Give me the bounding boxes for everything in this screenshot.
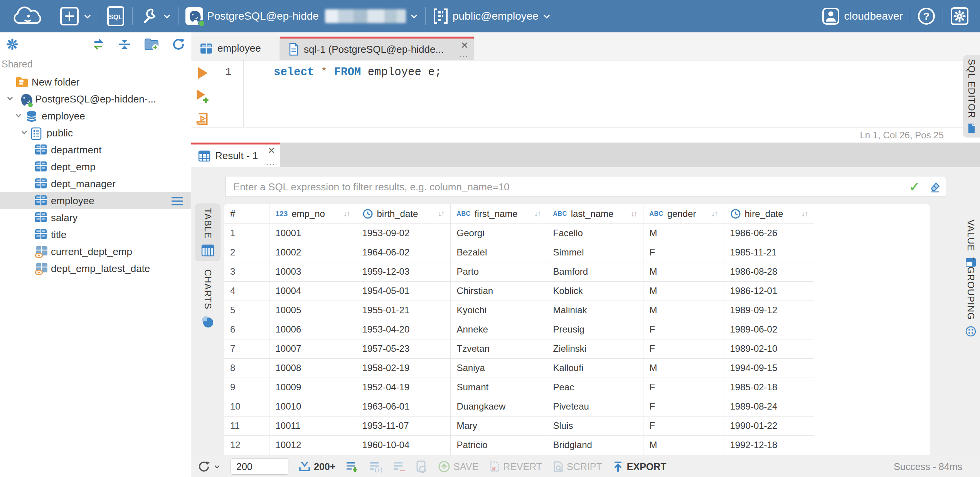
table-row[interactable]: 10100101963-06-01DuangkaewPiveteauF1989-… xyxy=(224,397,814,416)
table-row[interactable]: 2100021964-06-02BezalelSimmelF1985-11-21 xyxy=(224,243,814,262)
data-cell[interactable]: 1989-02-10 xyxy=(724,339,814,358)
row-index-cell[interactable]: 5 xyxy=(224,301,269,320)
cloudbeaver-logo[interactable] xyxy=(10,5,44,28)
data-cell[interactable]: 10002 xyxy=(269,243,356,262)
tree-item-employee[interactable]: employee xyxy=(0,107,191,124)
table-row[interactable]: 6100061953-04-20AnnekePreusigF1989-06-02 xyxy=(224,320,814,339)
table-row[interactable]: 8100081958-02-19SaniyaKalloufiM1994-09-1… xyxy=(224,358,814,378)
data-cell[interactable]: Sumant xyxy=(450,378,547,397)
column-header-first_name[interactable]: ABCfirst_name↓↑ xyxy=(450,204,547,223)
data-cell[interactable]: Anneke xyxy=(450,320,547,339)
refresh-icon[interactable] xyxy=(172,37,185,51)
sort-icon[interactable]: ↓↑ xyxy=(344,209,350,218)
table-row[interactable]: 9100091952-04-19SumantPeacF1985-02-18 xyxy=(224,378,814,397)
data-cell[interactable]: 1957-05-23 xyxy=(356,339,450,358)
data-cell[interactable]: Simmel xyxy=(547,243,643,262)
data-cell[interactable]: 1952-04-19 xyxy=(356,378,450,397)
column-header-birth_date[interactable]: birth_date↓↑ xyxy=(356,204,450,223)
data-cell[interactable]: Sluis xyxy=(547,416,643,435)
data-cell[interactable]: 1953-04-20 xyxy=(356,320,450,339)
sync-connections-icon[interactable] xyxy=(91,38,105,50)
table-row[interactable]: 7100071957-05-23TzvetanZielinskiF1989-02… xyxy=(224,339,814,358)
column-header-gender[interactable]: ABCgender↓↑ xyxy=(643,204,724,223)
data-cell[interactable]: 1958-02-19 xyxy=(356,358,450,378)
tab-grouping-panel[interactable]: GROUPING xyxy=(963,267,979,337)
expand-chevron-icon[interactable] xyxy=(5,94,15,104)
data-cell[interactable]: 10010 xyxy=(269,397,356,416)
new-folder-icon[interactable] xyxy=(144,38,159,51)
data-cell[interactable]: 10004 xyxy=(269,281,356,301)
user-menu[interactable]: cloudbeaver xyxy=(822,7,903,25)
tab-sql-editor-rail[interactable]: SQL EDITOR xyxy=(963,55,980,138)
expand-chevron-icon[interactable] xyxy=(14,111,23,121)
data-cell[interactable]: 10008 xyxy=(269,358,356,378)
fetch-more-button[interactable]: 200+ xyxy=(298,460,335,473)
sort-icon[interactable]: ↓↑ xyxy=(631,209,637,218)
refresh-document-button[interactable] xyxy=(416,460,428,473)
tree-item-dept-emp-latest-date[interactable]: dept_emp_latest_date xyxy=(0,260,191,277)
data-cell[interactable]: Bamford xyxy=(547,262,643,281)
data-cell[interactable]: 1989-08-24 xyxy=(724,397,814,416)
filter-input[interactable] xyxy=(226,181,904,193)
sort-icon[interactable]: ↓↑ xyxy=(438,209,444,218)
table-row[interactable]: 1100011953-09-02GeorgiFacelloM1986-06-26 xyxy=(224,223,814,243)
data-cell[interactable]: 1994-09-15 xyxy=(724,358,814,378)
data-cell[interactable]: Kyoichi xyxy=(450,301,547,320)
driver-manager-button[interactable] xyxy=(140,7,171,26)
data-cell[interactable]: F xyxy=(643,320,724,339)
apply-filter-button[interactable]: ✓ xyxy=(904,179,925,195)
row-index-cell[interactable]: 6 xyxy=(224,320,269,339)
data-cell[interactable]: M xyxy=(643,281,724,301)
data-cell[interactable]: 10003 xyxy=(269,262,356,281)
row-index-cell[interactable]: 3 xyxy=(224,262,269,281)
add-row-button[interactable] xyxy=(345,460,359,473)
data-cell[interactable]: Saniya xyxy=(450,358,547,378)
data-cell[interactable]: Peac xyxy=(547,378,643,397)
data-cell[interactable]: 10001 xyxy=(269,223,356,243)
sql-editor-button[interactable]: SQL xyxy=(106,6,125,27)
script-button[interactable]: SCRIPT xyxy=(552,460,602,473)
data-cell[interactable]: 1954-05-01 xyxy=(356,281,450,301)
data-cell[interactable]: M xyxy=(643,301,724,320)
data-cell[interactable]: 1953-09-02 xyxy=(356,223,450,243)
clear-filter-button[interactable] xyxy=(925,181,946,193)
sort-icon[interactable]: ↓↑ xyxy=(802,209,808,218)
duplicate-row-button[interactable]: (+) xyxy=(369,460,382,473)
data-cell[interactable]: Piveteau xyxy=(547,397,643,416)
data-cell[interactable]: 1955-01-21 xyxy=(356,301,450,320)
tree-item-department[interactable]: department xyxy=(0,141,191,158)
row-index-cell[interactable]: 8 xyxy=(224,358,269,378)
schema-selector[interactable]: public@employee xyxy=(433,8,551,25)
tab-sql-1[interactable]: sql-1 (PostgreSQL@ep-hidde... ✕ ... xyxy=(280,37,474,60)
tree-item-postgresql-ep-hidden-[interactable]: PostgreSQL@ep-hidden-... xyxy=(0,91,191,107)
tab-more-icon[interactable]: ... xyxy=(459,49,468,59)
table-row[interactable]: 5100051955-01-21KyoichiMaliniakM1989-09-… xyxy=(224,301,814,320)
data-cell[interactable]: 1986-12-01 xyxy=(724,281,814,301)
execute-script-icon[interactable] xyxy=(195,112,209,127)
data-cell[interactable]: Mary xyxy=(450,416,547,435)
tab-table-view[interactable]: TABLE xyxy=(195,203,221,261)
tree-item-new-folder[interactable]: New folder xyxy=(0,74,191,91)
settings-button[interactable] xyxy=(950,7,969,26)
data-cell[interactable]: Facello xyxy=(547,223,643,243)
tree-item-dept-manager[interactable]: dept_manager xyxy=(0,175,191,192)
column-header-index[interactable]: # xyxy=(224,204,269,223)
data-cell[interactable]: M xyxy=(643,358,724,378)
table-row[interactable]: 12100121960-10-04PatricioBridglandM1992-… xyxy=(224,435,814,455)
data-cell[interactable]: 1953-11-07 xyxy=(356,416,450,435)
result-grid[interactable]: #123emp_no↓↑birth_date↓↑ABCfirst_name↓↑A… xyxy=(224,204,930,455)
row-index-cell[interactable]: 2 xyxy=(224,243,269,262)
row-index-cell[interactable]: 4 xyxy=(224,281,269,301)
tree-item-salary[interactable]: salary xyxy=(0,209,191,226)
tab-result-1[interactable]: Result - 1 ✕ ... xyxy=(191,143,280,167)
data-cell[interactable]: M xyxy=(643,223,724,243)
sidebar-settings-gear-icon[interactable] xyxy=(5,37,19,51)
tree-item-employee[interactable]: employee xyxy=(0,192,191,209)
data-cell[interactable]: Duangkaew xyxy=(450,397,547,416)
row-limit-input[interactable] xyxy=(231,459,288,475)
sort-icon[interactable]: ↓↑ xyxy=(711,209,717,218)
row-index-cell[interactable]: 9 xyxy=(224,378,269,397)
column-header-hire_date[interactable]: hire_date↓↑ xyxy=(724,204,814,223)
data-cell[interactable]: Georgi xyxy=(450,223,547,243)
data-cell[interactable]: F xyxy=(643,243,724,262)
